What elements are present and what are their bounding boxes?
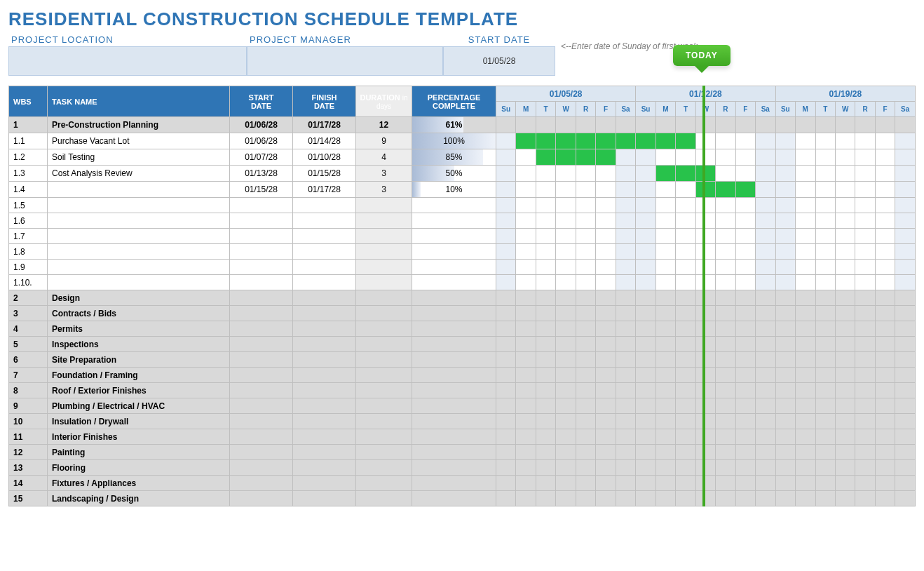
table-row[interactable]: 1Pre-Construction Planning01/06/2801/17/… (9, 117, 916, 133)
cell-start[interactable] (230, 337, 293, 352)
cell-start[interactable] (230, 260, 293, 275)
cell-wbs[interactable]: 1.3 (9, 166, 48, 182)
cell-duration[interactable] (356, 352, 412, 368)
cell-task[interactable]: Permits (48, 321, 230, 337)
cell-duration[interactable]: 3 (356, 166, 412, 182)
table-row[interactable]: 8Roof / Exterior Finishes (9, 383, 916, 398)
cell-start[interactable] (230, 460, 293, 476)
cell-duration[interactable] (356, 198, 412, 213)
table-row[interactable]: 4Permits (9, 321, 916, 337)
cell-finish[interactable]: 01/10/28 (293, 149, 356, 166)
cell-pct[interactable] (412, 491, 496, 506)
cell-start[interactable]: 01/15/28 (230, 182, 293, 198)
cell-duration[interactable] (356, 290, 412, 306)
cell-finish[interactable] (293, 429, 356, 445)
cell-finish[interactable] (293, 229, 356, 244)
cell-start[interactable] (230, 352, 293, 368)
cell-wbs[interactable]: 1.5 (9, 198, 48, 213)
cell-wbs[interactable]: 8 (9, 383, 48, 398)
cell-task[interactable]: Plumbing / Electrical / HVAC (48, 398, 230, 414)
cell-task[interactable]: Site Preparation (48, 352, 230, 368)
table-row[interactable]: 1.6 (9, 213, 916, 229)
table-row[interactable]: 1.8 (9, 244, 916, 260)
cell-duration[interactable] (356, 398, 412, 414)
table-row[interactable]: 7Foundation / Framing (9, 368, 916, 383)
cell-pct[interactable] (412, 398, 496, 414)
cell-wbs[interactable]: 12 (9, 445, 48, 460)
cell-pct[interactable]: 100% (412, 133, 496, 149)
table-row[interactable]: 1.401/15/2801/17/28310% (9, 182, 916, 198)
cell-start[interactable]: 01/13/28 (230, 166, 293, 182)
table-row[interactable]: 1.5 (9, 198, 916, 213)
cell-duration[interactable] (356, 337, 412, 352)
cell-start[interactable] (230, 244, 293, 260)
cell-finish[interactable] (293, 383, 356, 398)
table-row[interactable]: 6Site Preparation (9, 352, 916, 368)
cell-duration[interactable] (356, 383, 412, 398)
cell-pct[interactable]: 50% (412, 166, 496, 182)
cell-duration[interactable]: 4 (356, 149, 412, 166)
cell-finish[interactable] (293, 460, 356, 476)
cell-finish[interactable] (293, 398, 356, 414)
cell-finish[interactable] (293, 337, 356, 352)
cell-task[interactable]: Landscaping / Design (48, 491, 230, 506)
table-row[interactable]: 13Flooring (9, 460, 916, 476)
cell-task[interactable] (48, 198, 230, 213)
table-row[interactable]: 1.1Purchase Vacant Lot01/06/2801/14/2891… (9, 133, 916, 149)
cell-wbs[interactable]: 6 (9, 352, 48, 368)
cell-task[interactable] (48, 213, 230, 229)
cell-finish[interactable]: 01/14/28 (293, 133, 356, 149)
cell-task[interactable]: Foundation / Framing (48, 368, 230, 383)
cell-finish[interactable] (293, 290, 356, 306)
cell-duration[interactable] (356, 460, 412, 476)
project-manager-input[interactable] (247, 46, 443, 76)
cell-task[interactable]: Roof / Exterior Finishes (48, 383, 230, 398)
cell-finish[interactable] (293, 445, 356, 460)
table-row[interactable]: 14Fixtures / Appliances (9, 476, 916, 491)
table-row[interactable]: 1.2Soil Testing01/07/2801/10/28485% (9, 149, 916, 166)
cell-task[interactable]: Pre-Construction Planning (48, 117, 230, 133)
cell-finish[interactable] (293, 306, 356, 321)
cell-task[interactable]: Inspections (48, 337, 230, 352)
table-row[interactable]: 3Contracts / Bids (9, 306, 916, 321)
cell-task[interactable] (48, 244, 230, 260)
cell-pct[interactable] (412, 352, 496, 368)
cell-pct[interactable] (412, 460, 496, 476)
table-row[interactable]: 15Landscaping / Design (9, 491, 916, 506)
cell-duration[interactable] (356, 275, 412, 290)
cell-pct[interactable]: 61% (412, 117, 496, 133)
cell-wbs[interactable]: 3 (9, 306, 48, 321)
cell-start[interactable] (230, 414, 293, 429)
cell-start[interactable] (230, 213, 293, 229)
cell-pct[interactable] (412, 229, 496, 244)
cell-pct[interactable] (412, 337, 496, 352)
cell-duration[interactable] (356, 260, 412, 275)
cell-wbs[interactable]: 13 (9, 460, 48, 476)
cell-start[interactable]: 01/06/28 (230, 133, 293, 149)
cell-pct[interactable] (412, 445, 496, 460)
cell-start[interactable] (230, 398, 293, 414)
cell-duration[interactable] (356, 306, 412, 321)
cell-wbs[interactable]: 1.8 (9, 244, 48, 260)
cell-finish[interactable]: 01/17/28 (293, 117, 356, 133)
cell-wbs[interactable]: 5 (9, 337, 48, 352)
table-row[interactable]: 1.9 (9, 260, 916, 275)
cell-pct[interactable] (412, 321, 496, 337)
cell-duration[interactable] (356, 213, 412, 229)
cell-start[interactable] (230, 429, 293, 445)
table-row[interactable]: 12Painting (9, 445, 916, 460)
cell-wbs[interactable]: 9 (9, 398, 48, 414)
cell-pct[interactable] (412, 383, 496, 398)
cell-wbs[interactable]: 1.10. (9, 275, 48, 290)
cell-wbs[interactable]: 4 (9, 321, 48, 337)
cell-finish[interactable] (293, 352, 356, 368)
project-location-input[interactable] (8, 46, 247, 76)
cell-duration[interactable] (356, 491, 412, 506)
cell-finish[interactable] (293, 275, 356, 290)
cell-start[interactable] (230, 275, 293, 290)
cell-pct[interactable] (412, 244, 496, 260)
cell-finish[interactable] (293, 213, 356, 229)
cell-wbs[interactable]: 1.9 (9, 260, 48, 275)
cell-pct[interactable] (412, 368, 496, 383)
cell-start[interactable] (230, 198, 293, 213)
